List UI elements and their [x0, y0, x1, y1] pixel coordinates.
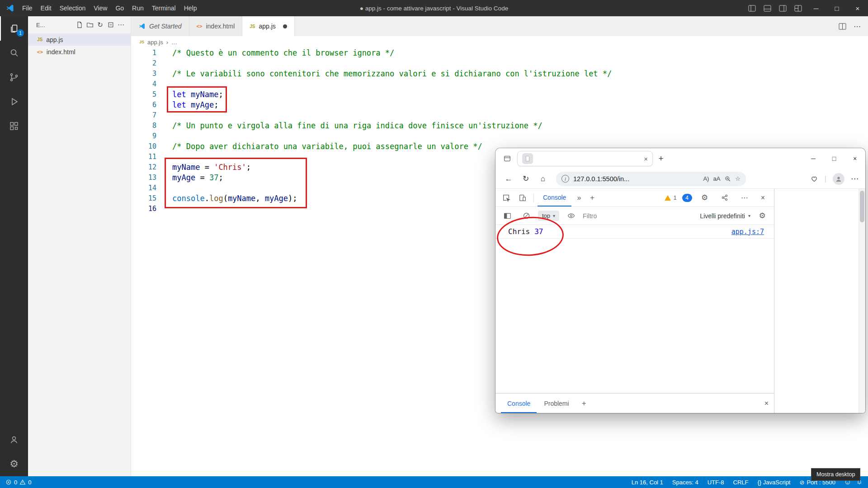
tab-app.js[interactable]: JSapp.js	[242, 16, 295, 36]
tab-close-icon[interactable]: ×	[644, 155, 648, 163]
log-source-link[interactable]: app.js:7	[731, 228, 764, 236]
translate-icon[interactable]: aA	[713, 175, 720, 182]
messages-counter[interactable]: 4	[682, 194, 692, 202]
extensions-icon[interactable]	[0, 114, 28, 138]
url-text[interactable]: 127.0.0.1:5500/in...	[573, 175, 699, 183]
clear-console-icon[interactable]	[519, 209, 533, 223]
settings-gear-icon[interactable]: ⚙	[0, 452, 28, 476]
tab-get-started[interactable]: Get Started	[131, 16, 189, 36]
frame-selector[interactable]: top ▾	[538, 211, 559, 221]
warnings-counter[interactable]: 1	[665, 194, 676, 201]
devtools-tab-console[interactable]: Console	[538, 189, 571, 206]
connections-icon[interactable]	[717, 191, 732, 205]
drawer-close-icon[interactable]: ×	[764, 399, 769, 408]
scrollbar-thumb[interactable]	[860, 191, 864, 222]
tab-actions-menu-icon[interactable]	[500, 151, 514, 166]
maximize-button[interactable]: □	[826, 0, 847, 16]
menu-terminal[interactable]: Terminal	[148, 5, 180, 12]
breadcrumb-symbol[interactable]: …	[171, 39, 177, 46]
device-emulation-icon[interactable]	[515, 191, 530, 205]
encoding[interactable]: UTF-8	[708, 479, 724, 486]
browser-maximize-button[interactable]: □	[824, 148, 844, 169]
browser-essentials-icon[interactable]	[810, 175, 818, 183]
tab-index.html[interactable]: <>index.html	[189, 16, 243, 36]
menu-go[interactable]: Go	[111, 5, 128, 12]
more-actions-icon[interactable]: ⋯	[116, 20, 126, 30]
code-line[interactable]: 2	[131, 58, 868, 69]
profile-avatar[interactable]	[833, 173, 844, 185]
console-filter-input[interactable]	[583, 212, 669, 220]
read-aloud-icon[interactable]: A)	[703, 175, 709, 182]
toggle-secondary-sidebar-icon[interactable]	[775, 0, 790, 16]
code-line[interactable]: 7	[131, 110, 868, 121]
code-line[interactable]: 9	[131, 131, 868, 141]
site-info-icon[interactable]: i	[561, 175, 569, 183]
language-mode[interactable]: {} JavaScript	[757, 479, 790, 486]
new-file-icon[interactable]	[74, 20, 85, 30]
page-scrollbar[interactable]	[859, 189, 865, 413]
menu-edit[interactable]: Edit	[37, 5, 56, 12]
devtools-close-icon[interactable]: ×	[757, 194, 769, 202]
home-icon[interactable]: ⌂	[536, 172, 550, 186]
refresh-icon[interactable]: ↻	[95, 20, 105, 30]
code-line[interactable]: 1/* Questo è un commento che il browser …	[131, 48, 868, 58]
console-settings-gear-icon[interactable]: ⚙	[755, 209, 769, 223]
toggle-panel-icon[interactable]	[760, 0, 775, 16]
account-icon[interactable]	[0, 427, 28, 452]
add-tool-icon[interactable]: +	[586, 194, 598, 202]
unsaved-dot-icon[interactable]	[283, 24, 287, 28]
run-debug-icon[interactable]	[0, 89, 28, 114]
drawer-tab-console[interactable]: Console	[501, 394, 537, 413]
code-line[interactable]: 4	[131, 79, 868, 89]
back-icon[interactable]: ←	[502, 172, 515, 186]
menu-run[interactable]: Run	[128, 5, 148, 12]
log-levels-selector[interactable]: Livelli predefiniti ▾	[700, 212, 750, 220]
favorite-star-icon[interactable]: ☆	[735, 175, 741, 182]
explorer-icon[interactable]: 1	[0, 16, 28, 41]
browser-minimize-button[interactable]: ─	[803, 148, 824, 169]
menu-view[interactable]: View	[90, 5, 111, 12]
zoom-icon[interactable]	[724, 175, 731, 182]
indentation[interactable]: Spaces: 4	[672, 479, 698, 486]
browser-tab[interactable]: ×	[517, 151, 653, 166]
more-tabs-icon[interactable]: »	[573, 194, 585, 202]
code-line[interactable]: 3/* Le variabili sono contenitori che me…	[131, 69, 868, 79]
address-bar[interactable]: i 127.0.0.1:5500/in... A) aA ☆	[556, 172, 746, 186]
close-button[interactable]: ×	[847, 0, 868, 16]
reload-icon[interactable]: ↻	[519, 172, 533, 186]
problems-indicator[interactable]: 0 0	[5, 479, 31, 486]
page-viewport[interactable]	[774, 189, 865, 413]
drawer-tab-problems[interactable]: Problemi	[538, 394, 575, 413]
browser-close-button[interactable]: ×	[844, 148, 865, 169]
split-editor-icon[interactable]	[839, 23, 846, 30]
editor-more-actions-icon[interactable]: ⋯	[854, 22, 861, 31]
new-folder-icon[interactable]	[85, 20, 95, 30]
breadcrumb[interactable]: JS app.js › …	[131, 36, 868, 48]
devtools-menu-icon[interactable]: ⋯	[737, 193, 752, 202]
minimize-button[interactable]: ─	[806, 0, 826, 16]
console-sidebar-icon[interactable]	[500, 209, 514, 223]
customize-layout-icon[interactable]	[790, 0, 806, 16]
menu-file[interactable]: File	[18, 5, 37, 12]
code-line[interactable]: 6let myAge;	[131, 100, 868, 110]
code-line[interactable]: 8/* Un punto e virgola alla fine di una …	[131, 121, 868, 131]
search-icon[interactable]	[0, 41, 28, 65]
vscode-logo-icon[interactable]	[5, 4, 14, 13]
console-log-row[interactable]: Chris 37 app.js:7	[495, 225, 774, 239]
browser-settings-menu-icon[interactable]: ⋯	[851, 174, 859, 183]
eol[interactable]: CRLF	[733, 479, 749, 486]
code-line[interactable]: 5let myName;	[131, 89, 868, 100]
devtools-settings-gear-icon[interactable]: ⚙	[698, 191, 712, 205]
file-item-index.html[interactable]: <>index.html	[28, 46, 131, 58]
live-expression-eye-icon[interactable]	[564, 209, 578, 223]
toggle-sidebar-icon[interactable]	[744, 0, 760, 16]
menu-selection[interactable]: Selection	[56, 5, 90, 12]
inspect-element-icon[interactable]	[499, 191, 514, 205]
collapse-all-icon[interactable]	[105, 20, 116, 30]
breadcrumb-file[interactable]: app.js	[147, 39, 163, 46]
drawer-add-tab-icon[interactable]: +	[576, 399, 592, 408]
source-control-icon[interactable]	[0, 65, 28, 89]
cursor-position[interactable]: Ln 16, Col 1	[632, 479, 663, 486]
menu-help[interactable]: Help	[180, 5, 201, 12]
new-tab-button[interactable]: +	[653, 154, 669, 164]
